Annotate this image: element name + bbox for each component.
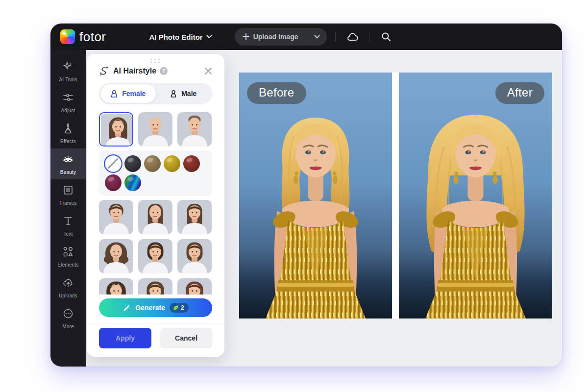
male-icon <box>170 90 177 98</box>
elements-icon <box>62 246 74 260</box>
sidebar-item-beauty[interactable]: Beauty <box>50 148 86 179</box>
apply-button[interactable]: Apply <box>99 328 151 348</box>
uploads-icon <box>62 277 74 291</box>
sidebar-item-adjust[interactable]: Adjust <box>50 87 86 118</box>
text-icon <box>62 215 74 229</box>
hairstyle-thumb-wavy-long[interactable] <box>99 278 133 294</box>
panel-header: AI Hairstyle ? <box>99 66 212 76</box>
hair-color-dark-red[interactable] <box>183 155 200 172</box>
sidebar-item-label: Uploads <box>59 293 77 298</box>
hairstyle-list[interactable] <box>99 112 212 295</box>
topbar: fotor AI Photo Editor Upload Image <box>50 24 562 50</box>
sidebar-item-label: Elements <box>57 262 78 268</box>
hairstyle-thumb-short-bob[interactable] <box>138 239 172 273</box>
hair-color-swatches <box>99 150 212 196</box>
credits-count: 2 <box>181 304 184 311</box>
sidebar-item-label: Text <box>63 231 73 237</box>
fotor-logo[interactable]: fotor <box>60 29 106 45</box>
cloud-sync-button[interactable] <box>344 28 361 45</box>
hairstyle-thumb-buzz-cut[interactable] <box>177 112 212 147</box>
hairstyle-icon <box>99 66 109 76</box>
hair-color-burgundy[interactable] <box>105 174 122 191</box>
sidebar-item-ai-tools[interactable]: AI Tools <box>50 56 86 87</box>
sidebar-item-more[interactable]: More <box>50 303 86 334</box>
upload-options-caret[interactable] <box>307 28 327 46</box>
sidebar-item-label: Beauty <box>60 170 76 175</box>
female-icon <box>110 90 118 98</box>
editor-menu-label: AI Photo Editor <box>149 33 203 41</box>
hairstyle-thumb-pixie[interactable] <box>99 200 133 234</box>
ai-tools-icon <box>62 61 74 74</box>
sidebar-item-elements[interactable]: Elements <box>50 241 86 272</box>
ai-hairstyle-panel: AI Hairstyle ? FemaleMale Generate <box>87 54 224 357</box>
hair-color-rainbow[interactable] <box>124 174 141 191</box>
tab-female[interactable]: Female <box>100 84 156 103</box>
tab-label: Male <box>181 90 196 98</box>
sidebar-item-label: Frames <box>59 200 76 206</box>
sidebar-item-effects[interactable]: Effects <box>50 118 86 148</box>
beauty-icon <box>62 153 74 167</box>
hairstyle-thumb-curly[interactable] <box>99 239 133 273</box>
chevron-down-icon <box>314 35 320 39</box>
hair-color-golden[interactable] <box>164 155 180 172</box>
hair-color-black[interactable] <box>124 155 141 172</box>
topbar-divider <box>335 32 336 42</box>
sidebar: AI ToolsAdjustEffectsBeautyFramesTextEle… <box>50 50 86 367</box>
editor-menu[interactable]: AI Photo Editor <box>149 33 212 41</box>
hairstyle-thumb-bald[interactable] <box>138 112 172 147</box>
plus-icon <box>243 33 249 40</box>
sidebar-item-uploads[interactable]: Uploads <box>50 272 86 303</box>
cancel-button[interactable]: Cancel <box>160 328 212 348</box>
credits-badge: 2 <box>170 303 189 313</box>
cloud-icon <box>346 32 359 42</box>
upload-image-label: Upload Image <box>253 33 298 41</box>
logo-text: fotor <box>79 29 106 45</box>
panel-title: AI Hairstyle <box>113 67 156 75</box>
hairstyle-grid <box>99 200 212 294</box>
sidebar-item-text[interactable]: Text <box>50 210 86 241</box>
hairstyle-thumb-bob-bangs[interactable] <box>177 239 212 273</box>
generate-label: Generate <box>135 304 165 312</box>
tab-male[interactable]: Male <box>156 84 211 103</box>
hair-color-ash-brown[interactable] <box>144 155 161 172</box>
magic-wand-icon <box>122 304 131 312</box>
leaf-icon <box>172 305 179 311</box>
drag-handle-icon[interactable] <box>150 59 161 63</box>
adjust-icon <box>62 92 74 105</box>
sidebar-item-frames[interactable]: Frames <box>50 179 86 210</box>
hairstyle-thumb-long-straight[interactable] <box>138 200 172 234</box>
frames-icon <box>62 184 74 198</box>
topbar-divider <box>369 32 369 42</box>
panel-divider <box>87 323 224 323</box>
help-icon[interactable]: ? <box>160 67 168 75</box>
sidebar-item-label: Adjust <box>61 108 75 113</box>
sidebar-item-label: Effects <box>60 139 76 144</box>
tab-label: Female <box>122 90 146 98</box>
effects-icon <box>62 122 74 136</box>
search-button[interactable] <box>378 28 394 45</box>
editor-canvas-area: Before After AI Hairstyle <box>86 50 562 367</box>
chevron-down-icon <box>206 35 212 39</box>
gender-tabs: FemaleMale <box>99 83 212 104</box>
hairstyle-thumb-long-bangs[interactable] <box>177 200 212 234</box>
upload-image-main[interactable]: Upload Image <box>235 28 307 46</box>
upload-image-button[interactable]: Upload Image <box>235 28 327 46</box>
generate-button[interactable]: Generate 2 <box>99 298 212 317</box>
before-image <box>239 73 392 318</box>
sidebar-item-label: More <box>62 324 74 329</box>
sidebar-item-label: AI Tools <box>59 77 77 82</box>
hairstyle-thumb-side-part[interactable] <box>177 278 212 294</box>
hairstyle-thumb-layered[interactable] <box>138 278 172 294</box>
after-image <box>399 73 552 318</box>
hairstyle-thumb-original[interactable] <box>99 112 133 147</box>
fotor-logo-icon <box>60 29 75 44</box>
hairstyle-row-top <box>99 112 212 147</box>
app-window: fotor AI Photo Editor Upload Image AI To <box>50 24 562 367</box>
hair-color-none[interactable] <box>105 155 122 172</box>
search-icon <box>381 32 391 42</box>
close-icon[interactable] <box>204 67 212 75</box>
more-icon <box>62 308 74 321</box>
